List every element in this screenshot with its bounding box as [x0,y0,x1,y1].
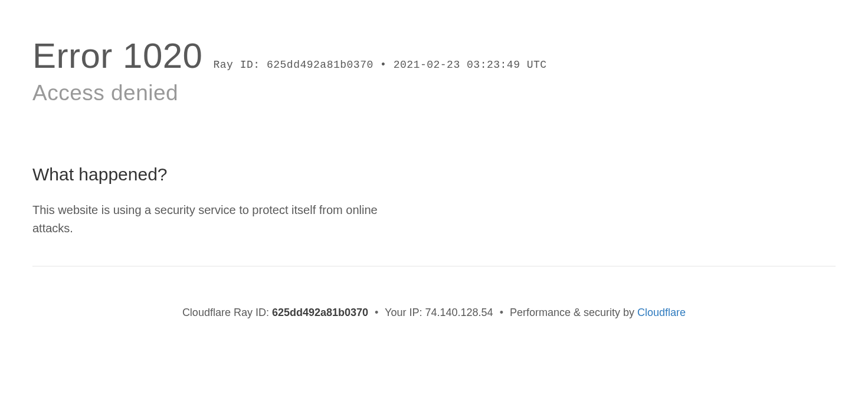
ray-id-value: 625dd492a81b0370 [267,59,374,71]
what-happened-title: What happened? [32,164,836,185]
ray-info: Ray ID: 625dd492a81b0370 • 2021-02-23 03… [214,59,547,71]
footer-ip-label: Your IP: [385,307,422,318]
what-happened-body: This website is using a security service… [32,201,416,238]
ray-id-label: Ray ID: [214,59,260,71]
footer-ip-value: 74.140.128.54 [425,307,493,318]
divider [32,266,836,266]
timestamp: 2021-02-23 03:23:49 UTC [394,59,547,71]
error-subheading: Access denied [32,81,836,106]
footer-separator-2: • [496,307,507,318]
error-code: Error 1020 [32,35,203,76]
footer-ray-id: 625dd492a81b0370 [272,307,368,318]
cloudflare-link[interactable]: Cloudflare [637,307,686,318]
error-label: Error [32,36,113,75]
error-number: 1020 [123,36,202,75]
footer-perf-label: Performance & security by [510,307,634,318]
footer-separator-1: • [371,307,382,318]
separator-dot: • [380,59,386,71]
footer: Cloudflare Ray ID: 625dd492a81b0370 • Yo… [32,307,836,319]
footer-ray-label: Cloudflare Ray ID: [182,307,269,318]
error-header: Error 1020 Ray ID: 625dd492a81b0370 • 20… [32,35,836,76]
